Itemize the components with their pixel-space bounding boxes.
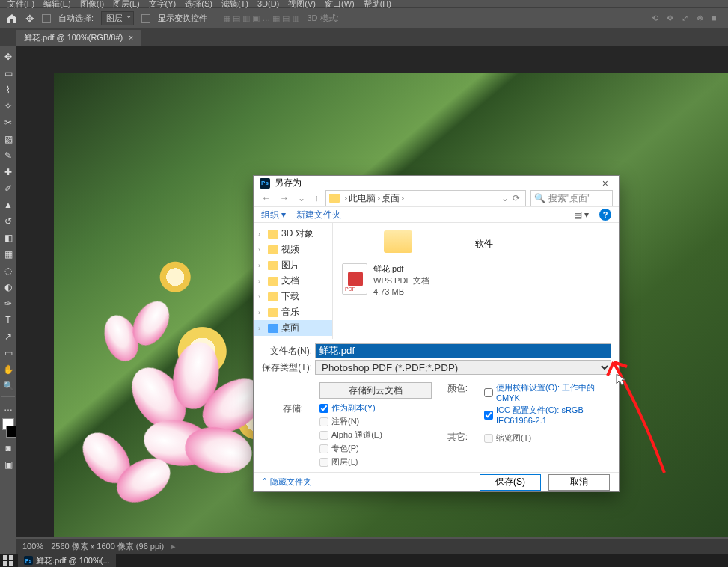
- tree-item-downloads[interactable]: ›下载: [254, 289, 332, 304]
- menu-window[interactable]: 窗口(W): [325, 0, 355, 10]
- tree-item-music[interactable]: ›音乐: [254, 304, 332, 320]
- wand-tool-icon[interactable]: ✧: [1, 99, 16, 114]
- home-icon[interactable]: [6, 13, 18, 25]
- menu-file[interactable]: 文件(F): [7, 0, 34, 10]
- blur-tool-icon[interactable]: ◌: [1, 263, 16, 278]
- nav-back-icon[interactable]: ←: [260, 193, 273, 203]
- folder-icon: [268, 308, 278, 317]
- windows-start-icon[interactable]: [3, 555, 13, 566]
- search-icon: 🔍: [534, 193, 545, 203]
- nav-up-icon[interactable]: ↑: [312, 193, 321, 203]
- nav-dropdown-icon[interactable]: ⌄: [296, 193, 308, 203]
- gradient-tool-icon[interactable]: ▦: [1, 247, 16, 262]
- folder-icon: [268, 292, 278, 301]
- nav-forward-icon[interactable]: →: [278, 193, 291, 203]
- menu-help[interactable]: 帮助(H): [364, 0, 391, 10]
- crop-tool-icon[interactable]: ✂: [1, 115, 16, 130]
- path-tool-icon[interactable]: ↗: [1, 329, 16, 344]
- new-folder-button[interactable]: 新建文件夹: [296, 209, 341, 221]
- document-tab-title: 鲜花.pdf @ 100%(RGB/8#): [24, 32, 123, 43]
- dialog-close-button[interactable]: ×: [598, 177, 613, 189]
- eraser-tool-icon[interactable]: ◧: [1, 230, 16, 245]
- file-list[interactable]: 鲜花.pdf WPS PDF 文档 4.73 MB 软件: [333, 223, 619, 339]
- menu-filter[interactable]: 滤镜(T): [221, 0, 248, 10]
- nav-refresh-icon[interactable]: ⟳: [510, 193, 522, 203]
- marquee-tool-icon[interactable]: ▭: [1, 66, 16, 81]
- move-tool-icon[interactable]: ✥: [1, 49, 16, 64]
- close-tab-icon[interactable]: ×: [129, 34, 133, 42]
- filename-input[interactable]: [315, 343, 611, 358]
- zoom-level[interactable]: 100%: [22, 542, 43, 551]
- search-input[interactable]: 🔍 搜索"桌面": [530, 190, 613, 206]
- history-brush-icon[interactable]: ↺: [1, 214, 16, 229]
- organize-button[interactable]: 组织 ▾: [261, 209, 286, 221]
- menu-layer[interactable]: 图层(L): [113, 0, 139, 10]
- menu-view[interactable]: 视图(V): [288, 0, 316, 10]
- save-as-dialog: Ps 另存为 × ← → ⌄ ↑ › 此电脑 › 桌面 › ⌄ ⟳ 🔍 搜索"桌…: [253, 175, 620, 492]
- auto-select-label: 自动选择:: [58, 13, 94, 24]
- eyedropper-tool-icon[interactable]: ✎: [1, 148, 16, 163]
- menu-select[interactable]: 选择(S): [185, 0, 212, 10]
- crumb-desktop[interactable]: 桌面: [382, 192, 400, 205]
- auto-select-checkbox[interactable]: [42, 14, 51, 23]
- chevron-up-icon: ˄: [263, 477, 267, 487]
- tree-item-documents[interactable]: ›文档: [254, 273, 332, 289]
- tree-item-3d[interactable]: ›3D 对象: [254, 226, 332, 242]
- color-label: 颜色:: [447, 382, 471, 395]
- dialog-titlebar[interactable]: Ps 另存为 ×: [254, 176, 619, 190]
- tree-item-video[interactable]: ›视频: [254, 242, 332, 257]
- lasso-tool-icon[interactable]: ⌇: [1, 82, 16, 97]
- save-button[interactable]: 保存(S): [480, 474, 541, 491]
- store-label: 存储:: [283, 402, 306, 415]
- status-bar: 100% 2560 像素 x 1600 像素 (96 ppi): [16, 539, 728, 554]
- type-tool-icon[interactable]: T: [1, 313, 16, 328]
- menu-type[interactable]: 文字(Y): [149, 0, 177, 10]
- move-tool-icon[interactable]: ✥: [25, 13, 34, 25]
- as-copy-checkbox[interactable]: [319, 404, 328, 413]
- pen-tool-icon[interactable]: ✑: [1, 296, 16, 311]
- screenmode-icon[interactable]: ▣: [1, 457, 16, 472]
- menu-3d[interactable]: 3D(D): [257, 0, 279, 8]
- file-item-pdf[interactable]: 鲜花.pdf WPS PDF 文档 4.73 MB: [342, 263, 454, 298]
- crumb-chevron-icon[interactable]: ⌄: [501, 193, 509, 203]
- proof-checkbox[interactable]: [484, 388, 493, 397]
- layers-checkbox: [319, 458, 328, 467]
- icc-checkbox[interactable]: [484, 411, 493, 420]
- stamp-tool-icon[interactable]: ▲: [1, 197, 16, 212]
- layer-dropdown[interactable]: 图层: [101, 11, 134, 25]
- frame-tool-icon[interactable]: ▧: [1, 132, 16, 147]
- taskbar-photoshop-task[interactable]: Ps 鲜花.pdf @ 100%(...: [18, 554, 116, 567]
- shape-tool-icon[interactable]: ▭: [1, 346, 16, 361]
- menu-image[interactable]: 图像(I): [80, 0, 104, 10]
- cancel-button[interactable]: 取消: [548, 474, 610, 491]
- help-icon[interactable]: ?: [599, 209, 611, 221]
- tree-item-pictures[interactable]: ›图片: [254, 257, 332, 273]
- brush-tool-icon[interactable]: ✐: [1, 181, 16, 196]
- quickmask-icon[interactable]: ◙: [1, 441, 16, 456]
- hand-tool-icon[interactable]: ✋: [1, 362, 16, 377]
- toolbox: ✥ ▭ ⌇ ✧ ✂ ▧ ✎ ✚ ✐ ▲ ↺ ◧ ▦ ◌ ◐ ✑ T ↗ ▭ ✋ …: [0, 46, 16, 472]
- breadcrumb[interactable]: › 此电脑 › 桌面 › ⌄ ⟳: [325, 190, 526, 206]
- hide-folders-link[interactable]: ˄ 隐藏文件夹: [263, 476, 311, 488]
- zoom-tool-icon[interactable]: 🔍: [1, 378, 16, 393]
- transform-controls-checkbox[interactable]: [141, 14, 150, 23]
- photoshop-icon: Ps: [24, 556, 33, 565]
- status-chevron-icon[interactable]: [171, 542, 176, 551]
- filetype-select[interactable]: Photoshop PDF (*.PDF;*.PDP): [315, 360, 611, 375]
- tree-item-desktop[interactable]: ›桌面: [254, 320, 332, 336]
- dodge-tool-icon[interactable]: ◐: [1, 280, 16, 295]
- edit-toolbar-icon[interactable]: …: [1, 400, 16, 415]
- crumb-computer[interactable]: 此电脑: [349, 192, 376, 205]
- notes-checkbox: [319, 417, 328, 426]
- file-type: WPS PDF 文档: [373, 275, 429, 286]
- document-tab[interactable]: 鲜花.pdf @ 100%(RGB/8#) ×: [16, 30, 141, 46]
- view-mode-icon[interactable]: ▤ ▾: [574, 209, 589, 220]
- photoshop-badge-icon: Ps: [260, 178, 270, 189]
- menu-edit[interactable]: 编辑(E): [43, 0, 71, 10]
- heal-tool-icon[interactable]: ✚: [1, 165, 16, 180]
- folder-item-software[interactable]: [342, 227, 454, 256]
- pdf-icon: [342, 263, 367, 295]
- alpha-checkbox: [319, 431, 328, 440]
- folder-icon: [268, 277, 278, 286]
- save-to-cloud-button[interactable]: 存储到云文档: [319, 382, 432, 399]
